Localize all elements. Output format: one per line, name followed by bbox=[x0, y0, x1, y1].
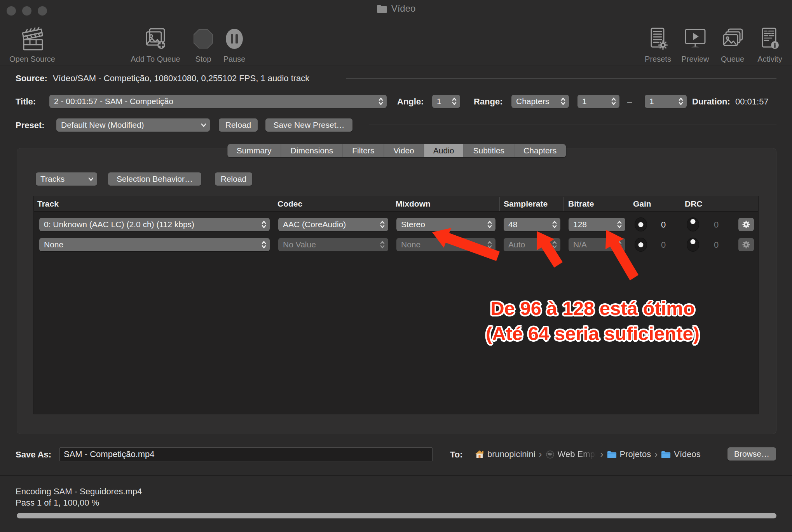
tab-filters[interactable]: Filters bbox=[343, 144, 384, 157]
toolbar-label: Presets bbox=[645, 55, 671, 64]
status-divider bbox=[0, 475, 792, 476]
drc-knob[interactable] bbox=[687, 217, 699, 231]
selection-behavior-button[interactable]: Selection Behavior… bbox=[108, 172, 201, 186]
table-header: Track Codec Mixdown Samplerate Bitrate G… bbox=[34, 196, 758, 212]
tab-chapters[interactable]: Chapters bbox=[514, 144, 566, 157]
activity-button[interactable]: Activity bbox=[752, 20, 787, 64]
column-divider bbox=[681, 197, 681, 211]
preview-button[interactable]: Preview bbox=[678, 20, 713, 64]
tab-dimensions[interactable]: Dimensions bbox=[281, 144, 343, 157]
drc-knob[interactable] bbox=[687, 238, 699, 252]
add-to-queue-button[interactable]: Add To Queue bbox=[127, 20, 184, 64]
save-as-input[interactable] bbox=[59, 447, 433, 461]
tracks-reload-button[interactable]: Reload bbox=[215, 172, 252, 186]
preset-select[interactable]: Default New (Modified) bbox=[56, 118, 210, 132]
bitrate-stepper: N/A bbox=[569, 238, 625, 251]
toolbar-label: Open Source bbox=[9, 55, 55, 64]
updown-chevrons-icon bbox=[611, 97, 616, 106]
encode-progress-bar bbox=[17, 513, 776, 518]
toolbar-label: Add To Queue bbox=[131, 55, 180, 64]
annotation-line-2: (Até 64 seria suficiente) bbox=[478, 321, 707, 346]
activity-icon bbox=[759, 24, 781, 53]
range-type-select[interactable]: Chapters bbox=[511, 95, 569, 108]
open-source-button[interactable]: Open Source bbox=[3, 20, 61, 64]
save-as-label: Save As: bbox=[16, 450, 51, 460]
presets-button[interactable]: Presets bbox=[640, 20, 675, 64]
breadcrumb-videos[interactable]: Vídeos bbox=[661, 449, 701, 459]
updown-chevrons-icon bbox=[487, 220, 492, 229]
track-select[interactable]: 0: Unknown (AAC LC) (2.0 ch) (112 kbps) bbox=[39, 218, 270, 231]
gain-knob[interactable] bbox=[635, 238, 647, 252]
queue-button[interactable]: Queue bbox=[715, 20, 750, 64]
tracks-dropdown[interactable]: Tracks bbox=[36, 172, 97, 186]
toolbar-label: Preview bbox=[681, 55, 709, 64]
col-drc: DRC bbox=[685, 199, 703, 209]
column-divider bbox=[735, 197, 735, 211]
source-label: Source: bbox=[16, 73, 47, 83]
stop-button[interactable]: Stop bbox=[190, 20, 216, 64]
col-track: Track bbox=[37, 199, 59, 209]
breadcrumb-home[interactable]: brunopicinini bbox=[475, 449, 536, 459]
duration-value: 00:01:57 bbox=[735, 97, 769, 107]
stop-octagon-icon bbox=[192, 24, 214, 53]
queue-icon bbox=[720, 24, 745, 53]
to-label: To: bbox=[450, 450, 463, 460]
angle-stepper[interactable]: 1 bbox=[432, 95, 460, 108]
breadcrumb-chevron: › bbox=[600, 449, 604, 460]
tab-summary[interactable]: Summary bbox=[227, 144, 281, 157]
updown-chevrons-icon bbox=[378, 97, 384, 106]
samplerate-stepper[interactable]: 48 bbox=[504, 218, 560, 231]
updown-chevrons-icon bbox=[617, 220, 622, 229]
folder-icon bbox=[661, 450, 671, 458]
bitrate-stepper[interactable]: 128 bbox=[569, 218, 625, 231]
col-bitrate: Bitrate bbox=[568, 199, 594, 209]
updown-chevrons-icon bbox=[678, 97, 684, 106]
toolbar-label: Queue bbox=[721, 55, 744, 64]
toolbar-label: Activity bbox=[757, 55, 782, 64]
breadcrumb-projetos[interactable]: Projetos bbox=[607, 449, 651, 459]
track-settings-button[interactable] bbox=[738, 218, 754, 231]
mixdown-select[interactable]: Stereo bbox=[396, 218, 495, 231]
col-samplerate: Samplerate bbox=[504, 199, 548, 209]
gain-value: 0 bbox=[661, 220, 666, 230]
range-to-stepper[interactable]: 1 bbox=[645, 95, 687, 108]
column-divider bbox=[273, 197, 273, 211]
updown-chevrons-icon bbox=[261, 220, 267, 229]
updown-chevrons-icon bbox=[617, 240, 622, 249]
updown-chevrons-icon bbox=[552, 220, 557, 229]
mixdown-select: None bbox=[396, 238, 495, 251]
breadcrumb-web-empire[interactable]: Web Empi bbox=[546, 449, 597, 459]
settings-panel: Summary Dimensions Filters Video Audio S… bbox=[17, 148, 776, 434]
range-label: Range: bbox=[474, 97, 503, 107]
codec-select[interactable]: AAC (CoreAudio) bbox=[278, 218, 388, 231]
folder-icon bbox=[607, 450, 617, 458]
updown-chevrons-icon bbox=[452, 97, 457, 106]
presets-icon bbox=[647, 24, 669, 53]
gain-knob[interactable] bbox=[635, 217, 647, 231]
title-select[interactable]: 2 - 00:01:57 - SAM - Competição bbox=[49, 95, 387, 108]
angle-label: Angle: bbox=[397, 97, 424, 107]
save-new-preset-button[interactable]: Save New Preset… bbox=[265, 118, 352, 132]
track-select[interactable]: None bbox=[39, 238, 270, 251]
toolbar-right-group: Presets Preview bbox=[640, 20, 787, 64]
toolbar-label: Pause bbox=[223, 55, 246, 64]
pass-status-line: Pass 1 of 1, 100,00 % bbox=[16, 498, 99, 508]
updown-chevrons-icon bbox=[380, 220, 385, 229]
browse-button[interactable]: Browse… bbox=[727, 447, 776, 461]
globe-icon bbox=[546, 450, 555, 459]
annotation-text: De 96 à 128 está ótimo (Até 64 seria suf… bbox=[478, 296, 707, 346]
title-label: Title: bbox=[16, 97, 36, 107]
samplerate-stepper: Auto bbox=[504, 238, 560, 251]
updown-chevrons-icon bbox=[560, 97, 566, 106]
column-divider bbox=[563, 197, 564, 211]
col-codec: Codec bbox=[277, 199, 302, 209]
tab-audio[interactable]: Audio bbox=[424, 144, 464, 157]
tab-subtitles[interactable]: Subtitles bbox=[464, 144, 515, 157]
destination-breadcrumb: brunopicinini › Web Empi › Projetos › Ví… bbox=[475, 447, 701, 461]
preset-divider bbox=[369, 125, 776, 125]
toolbar-label: Stop bbox=[195, 55, 211, 64]
tab-video[interactable]: Video bbox=[384, 144, 424, 157]
range-from-stepper[interactable]: 1 bbox=[577, 95, 619, 108]
pause-button[interactable]: Pause bbox=[222, 20, 247, 64]
preset-reload-button[interactable]: Reload bbox=[219, 118, 258, 132]
